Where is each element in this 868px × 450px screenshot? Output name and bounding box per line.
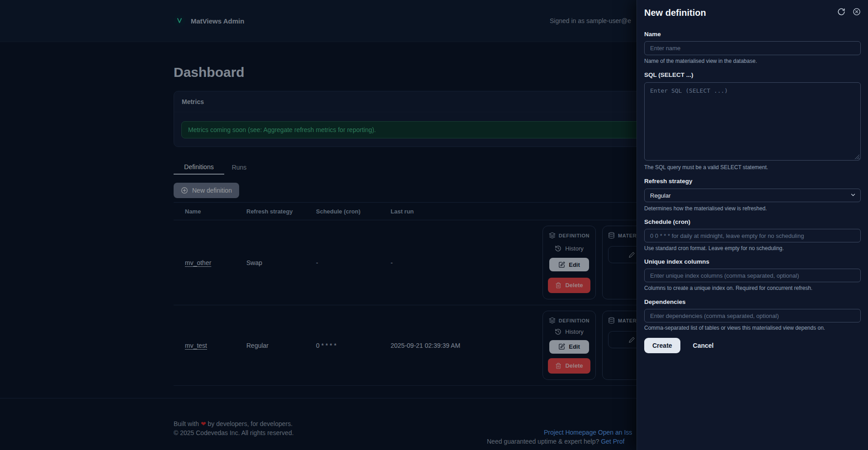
- unique-index-field-helper: Columns to create a unique index on. Req…: [644, 285, 861, 292]
- unique-index-field-label: Unique index columns: [644, 258, 861, 265]
- refresh-strategy-select[interactable]: Regular: [644, 189, 861, 202]
- create-button[interactable]: Create: [644, 338, 680, 353]
- name-input[interactable]: [644, 41, 861, 55]
- drawer-header-icons: [837, 8, 861, 16]
- refresh-strategy-label: Refresh strategy: [644, 178, 861, 185]
- sql-field-helper: The SQL query must be a valid SELECT sta…: [644, 164, 861, 171]
- schedule-input[interactable]: [644, 229, 861, 242]
- schedule-field-helper: Use standard cron format. Leave empty fo…: [644, 245, 861, 252]
- name-field-label: Name: [644, 31, 861, 38]
- dependencies-input[interactable]: [644, 309, 861, 322]
- refresh-icon[interactable]: [837, 8, 845, 16]
- refresh-strategy-helper: Determines how the materialised view is …: [644, 205, 861, 212]
- unique-index-input[interactable]: [644, 269, 861, 282]
- refresh-strategy-select-wrap: Regular: [644, 189, 861, 202]
- close-icon[interactable]: [853, 8, 861, 16]
- drawer-actions: Create Cancel: [644, 338, 861, 353]
- cancel-button[interactable]: Cancel: [690, 341, 717, 350]
- screen: MatViews Admin Signed in as sample-user@…: [0, 0, 868, 450]
- name-field-helper: Name of the materialised view in the dat…: [644, 58, 861, 65]
- drawer-title: New definition: [644, 6, 861, 19]
- dependencies-field-helper: Comma-separated list of tables or views …: [644, 325, 861, 332]
- new-definition-drawer: New definition Name Name of the material…: [637, 0, 868, 450]
- sql-field-label: SQL (SELECT ...): [644, 71, 861, 79]
- schedule-field-label: Schedule (cron): [644, 218, 861, 226]
- sql-textarea[interactable]: [644, 82, 861, 161]
- dependencies-field-label: Dependencies: [644, 298, 861, 306]
- sql-textarea-wrap: [644, 82, 861, 161]
